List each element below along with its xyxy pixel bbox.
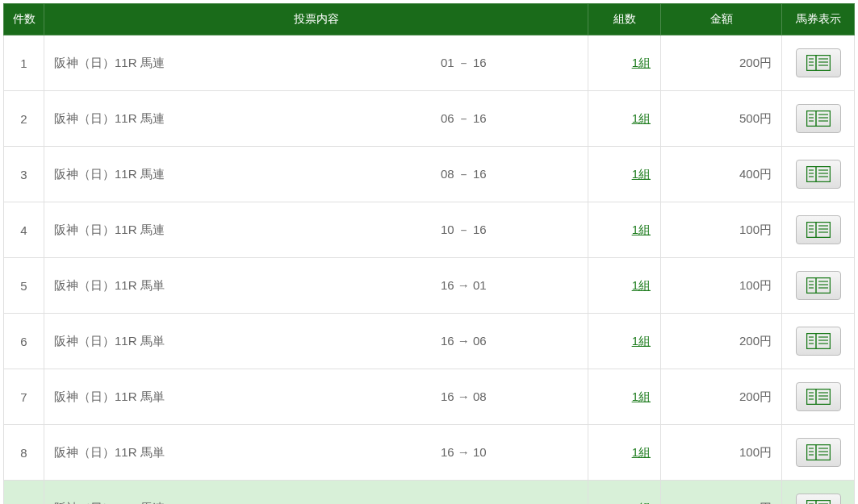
ticket-display-button[interactable]: [796, 48, 841, 77]
bet-combination: 16 → 01: [441, 278, 578, 294]
header-content: 投票内容: [44, 4, 588, 35]
bet-label: 阪神（日）11R 馬単: [54, 445, 441, 460]
header-num: 件数: [4, 4, 44, 35]
bet-label: 阪神（日）11R 馬単: [54, 334, 441, 349]
ticket-display-button[interactable]: [796, 494, 841, 504]
pairs-link[interactable]: 1組: [632, 334, 651, 348]
bet-combination: 08 － 16: [441, 167, 578, 182]
pairs-link[interactable]: 1組: [632, 278, 651, 292]
ticket-icon: [806, 277, 831, 294]
bet-amount: 200円: [739, 56, 772, 69]
svg-rect-40: [806, 334, 830, 349]
bet-amount: 500円: [739, 111, 772, 125]
ticket-icon: [806, 444, 831, 460]
pairs-link[interactable]: 1組: [632, 501, 651, 505]
ticket-display-button[interactable]: [796, 104, 841, 133]
table-header-row: 件数 投票内容 組数 金額 馬券表示: [4, 4, 855, 35]
pairs-link[interactable]: 1組: [632, 167, 651, 181]
table-row: 7 阪神（日）11R 馬単 16 → 08 1組 200円: [4, 369, 855, 425]
bet-amount: 100円: [739, 223, 772, 236]
svg-rect-48: [806, 389, 830, 405]
bet-combination: 06 － 08: [441, 501, 578, 505]
bet-combination: 06 － 16: [441, 111, 578, 127]
bet-combination: 01 － 16: [441, 56, 578, 71]
pairs-link[interactable]: 1組: [632, 56, 651, 69]
ticket-display-button[interactable]: [796, 438, 841, 467]
row-number: 1: [20, 56, 27, 70]
row-number: 4: [20, 223, 27, 237]
pairs-link[interactable]: 1組: [632, 445, 651, 459]
bet-label: 阪神（日）11R 馬連: [54, 111, 441, 127]
pairs-link[interactable]: 1組: [632, 223, 651, 236]
ticket-icon: [806, 389, 831, 405]
bet-amount: 100円: [739, 278, 772, 292]
betting-table: 件数 投票内容 組数 金額 馬券表示 1 阪神（日）11R 馬連 01 － 16…: [3, 3, 855, 504]
ticket-icon: [806, 222, 831, 238]
ticket-display-button[interactable]: [796, 382, 841, 411]
bet-amount: 200円: [739, 389, 772, 403]
ticket-display-button[interactable]: [796, 160, 841, 189]
row-number: 2: [20, 112, 27, 126]
bet-label: 阪神（日）11R 馬連: [54, 501, 441, 505]
ticket-display-button[interactable]: [796, 215, 841, 244]
table-row: 6 阪神（日）11R 馬単 16 → 06 1組 200円: [4, 314, 855, 369]
table-row: 8 阪神（日）11R 馬単 16 → 10 1組 100円: [4, 425, 855, 481]
svg-rect-56: [806, 445, 830, 460]
bet-amount: 100円: [739, 445, 772, 459]
svg-rect-0: [806, 56, 830, 71]
header-pairs: 組数: [588, 4, 661, 35]
ticket-icon: [806, 166, 831, 182]
svg-rect-24: [806, 223, 830, 238]
table-row: 2 阪神（日）11R 馬連 06 － 16 1組 500円: [4, 91, 855, 147]
table-row: 9 的中 阪神（日）11R 馬連 06 － 08 1組 1,200円: [4, 481, 855, 505]
bet-combination: 16 → 10: [441, 445, 578, 460]
bet-amount: 200円: [739, 334, 772, 348]
table-row: 5 阪神（日）11R 馬単 16 → 01 1組 100円: [4, 258, 855, 314]
bet-amount: 1,200円: [729, 501, 772, 505]
row-number: 5: [20, 279, 27, 293]
row-number: 6: [20, 335, 27, 348]
table-row: 1 阪神（日）11R 馬連 01 － 16 1組 200円: [4, 35, 855, 91]
svg-rect-32: [806, 278, 830, 294]
bet-combination: 16 → 06: [441, 334, 578, 349]
bet-amount: 400円: [739, 167, 772, 181]
pairs-link[interactable]: 1組: [632, 111, 651, 125]
svg-rect-16: [806, 167, 830, 182]
ticket-icon: [806, 110, 831, 127]
pairs-link[interactable]: 1組: [632, 389, 651, 403]
bet-label: 阪神（日）11R 馬連: [54, 167, 441, 182]
row-number: 3: [20, 168, 27, 181]
table-row: 3 阪神（日）11R 馬連 08 － 16 1組 400円: [4, 147, 855, 202]
bet-label: 阪神（日）11R 馬連: [54, 56, 441, 71]
row-number: 7: [20, 390, 27, 404]
ticket-icon: [806, 500, 831, 504]
bet-label: 阪神（日）11R 馬単: [54, 389, 441, 405]
bet-label: 阪神（日）11R 馬単: [54, 278, 441, 294]
ticket-icon: [806, 55, 831, 71]
svg-rect-64: [806, 501, 830, 505]
ticket-display-button[interactable]: [796, 327, 841, 356]
bet-label: 阪神（日）11R 馬連: [54, 223, 441, 238]
header-amount: 金額: [661, 4, 782, 35]
header-ticket: 馬券表示: [782, 4, 855, 35]
bet-combination: 10 － 16: [441, 223, 578, 238]
ticket-icon: [806, 333, 831, 349]
bet-combination: 16 → 08: [441, 389, 578, 405]
row-number: 9: [20, 502, 27, 505]
row-number: 8: [20, 446, 27, 460]
svg-rect-8: [806, 111, 830, 127]
table-row: 4 阪神（日）11R 馬連 10 － 16 1組 100円: [4, 202, 855, 258]
ticket-display-button[interactable]: [796, 271, 841, 300]
